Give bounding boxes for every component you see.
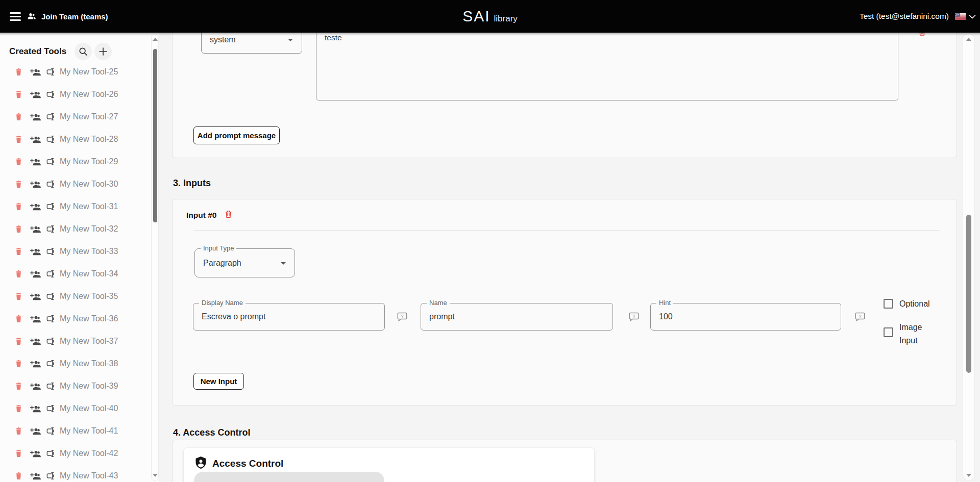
access-control-tabs-placeholder[interactable]	[194, 472, 384, 482]
search-tools-button[interactable]	[75, 43, 92, 60]
tool-name[interactable]: My New Tool-32	[60, 224, 118, 234]
scroll-up-arrow-icon[interactable]	[153, 38, 158, 41]
tool-name[interactable]: My New Tool-25	[60, 67, 118, 77]
name-input[interactable]	[421, 303, 612, 330]
delete-message-button[interactable]	[917, 33, 927, 39]
share-tool-button[interactable]	[30, 448, 41, 459]
prompt-role-select[interactable]: system	[201, 33, 302, 54]
rename-tool-button[interactable]	[45, 403, 56, 414]
share-tool-button[interactable]	[30, 179, 41, 189]
tool-name[interactable]: My New Tool-35	[60, 292, 118, 301]
rename-tool-button[interactable]	[45, 336, 56, 346]
delete-tool-button[interactable]	[14, 247, 23, 256]
delete-tool-button[interactable]	[14, 382, 23, 391]
share-tool-button[interactable]	[30, 336, 41, 346]
rename-tool-button[interactable]	[45, 359, 56, 369]
share-tool-button[interactable]	[30, 291, 41, 301]
delete-tool-button[interactable]	[14, 135, 23, 144]
user-label[interactable]: Test (test@stefanini.com)	[860, 12, 949, 21]
help-bubble-icon[interactable]: ?	[628, 311, 640, 324]
main-scrollbar-thumb[interactable]	[966, 215, 971, 373]
rename-tool-button[interactable]	[45, 426, 56, 436]
delete-tool-button[interactable]	[14, 471, 23, 480]
tool-name[interactable]: My New Tool-27	[60, 112, 118, 121]
delete-tool-button[interactable]	[14, 180, 23, 189]
delete-tool-button[interactable]	[14, 202, 23, 211]
share-tool-button[interactable]	[30, 381, 41, 391]
rename-tool-button[interactable]	[45, 157, 56, 167]
share-tool-button[interactable]	[30, 134, 41, 144]
rename-tool-button[interactable]	[45, 67, 56, 77]
add-tool-button[interactable]	[94, 43, 112, 60]
delete-tool-button[interactable]	[14, 67, 23, 77]
delete-tool-button[interactable]	[14, 359, 23, 368]
sidebar-scrollbar-thumb[interactable]	[153, 49, 157, 222]
delete-tool-button[interactable]	[14, 90, 23, 99]
tool-name[interactable]: My New Tool-42	[60, 449, 118, 458]
delete-tool-button[interactable]	[14, 337, 23, 346]
delete-tool-button[interactable]	[14, 157, 23, 166]
tool-name[interactable]: My New Tool-26	[60, 90, 118, 99]
add-prompt-message-button[interactable]: Add prompt message	[193, 126, 280, 144]
hint-input[interactable]	[651, 303, 841, 330]
delete-tool-button[interactable]	[14, 426, 23, 436]
tool-name[interactable]: My New Tool-40	[60, 404, 118, 413]
scroll-down-arrow-icon[interactable]	[966, 474, 971, 477]
new-input-button[interactable]: New Input	[193, 373, 244, 390]
rename-tool-button[interactable]	[45, 448, 56, 459]
tool-name[interactable]: My New Tool-38	[60, 359, 118, 368]
scroll-down-arrow-icon[interactable]	[153, 474, 158, 477]
rename-tool-button[interactable]	[45, 89, 56, 99]
delete-tool-button[interactable]	[14, 269, 23, 278]
share-tool-button[interactable]	[30, 471, 41, 481]
share-tool-button[interactable]	[30, 314, 41, 324]
share-tool-button[interactable]	[30, 89, 41, 99]
share-tool-button[interactable]	[30, 224, 41, 234]
share-tool-button[interactable]	[30, 269, 41, 279]
main-scrollbar[interactable]	[963, 34, 975, 481]
share-tool-button[interactable]	[30, 359, 41, 369]
share-tool-button[interactable]	[30, 426, 41, 436]
delete-tool-button[interactable]	[14, 314, 23, 323]
share-tool-button[interactable]	[30, 403, 41, 414]
image-input-checkbox[interactable]	[884, 327, 893, 337]
tool-name[interactable]: My New Tool-43	[60, 471, 118, 480]
help-bubble-icon[interactable]: ?	[396, 311, 408, 324]
tool-name[interactable]: My New Tool-34	[60, 269, 118, 278]
prompt-message-textarea[interactable]: teste	[316, 33, 898, 100]
delete-tool-button[interactable]	[14, 224, 23, 234]
rename-tool-button[interactable]	[45, 246, 56, 257]
tool-name[interactable]: My New Tool-36	[60, 314, 118, 323]
display-name-input[interactable]	[193, 303, 384, 330]
tool-name[interactable]: My New Tool-29	[60, 157, 118, 166]
tool-name[interactable]: My New Tool-39	[60, 382, 118, 391]
tool-name[interactable]: My New Tool-30	[60, 180, 118, 189]
scroll-up-arrow-icon[interactable]	[966, 38, 971, 41]
rename-tool-button[interactable]	[45, 314, 56, 324]
tool-name[interactable]: My New Tool-31	[60, 202, 118, 211]
share-tool-button[interactable]	[30, 67, 41, 77]
delete-tool-button[interactable]	[14, 112, 23, 121]
share-tool-button[interactable]	[30, 157, 41, 167]
rename-tool-button[interactable]	[45, 112, 56, 122]
rename-tool-button[interactable]	[45, 201, 56, 212]
help-bubble-icon[interactable]: ?	[854, 311, 866, 324]
rename-tool-button[interactable]	[45, 134, 56, 144]
delete-input-button[interactable]	[224, 209, 233, 221]
rename-tool-button[interactable]	[45, 291, 56, 301]
rename-tool-button[interactable]	[45, 471, 56, 481]
rename-tool-button[interactable]	[45, 269, 56, 279]
input-type-select[interactable]: Input Type Paragraph	[194, 248, 295, 277]
tool-name[interactable]: My New Tool-41	[60, 426, 118, 436]
rename-tool-button[interactable]	[45, 224, 56, 234]
delete-tool-button[interactable]	[14, 449, 23, 458]
tool-name[interactable]: My New Tool-28	[60, 135, 118, 144]
share-tool-button[interactable]	[30, 246, 41, 257]
share-tool-button[interactable]	[30, 201, 41, 212]
sidebar-scrollbar[interactable]	[151, 34, 159, 481]
share-tool-button[interactable]	[30, 112, 41, 122]
menu-button[interactable]	[5, 9, 26, 26]
tool-name[interactable]: My New Tool-37	[60, 337, 118, 346]
rename-tool-button[interactable]	[45, 179, 56, 189]
optional-checkbox[interactable]	[884, 299, 893, 309]
